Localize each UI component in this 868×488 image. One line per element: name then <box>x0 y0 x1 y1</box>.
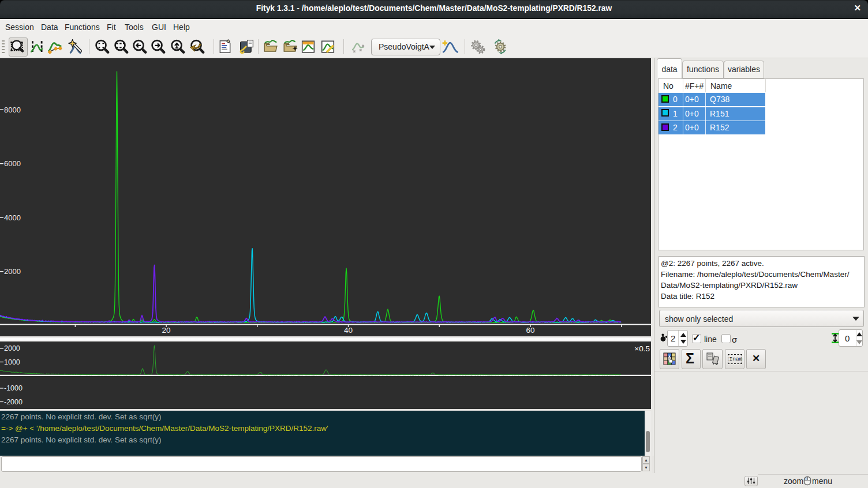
svg-text:-1000: -1000 <box>4 384 23 392</box>
svg-text:6000: 6000 <box>4 159 21 168</box>
svg-text:2000: 2000 <box>4 344 20 352</box>
svg-text:40: 40 <box>344 326 353 335</box>
svg-text:4000: 4000 <box>4 213 21 222</box>
svg-text:8000: 8000 <box>4 106 21 114</box>
svg-text:×0.5: ×0.5 <box>634 344 650 353</box>
svg-text:-2000: -2000 <box>4 398 23 406</box>
svg-text:1000: 1000 <box>4 358 20 366</box>
svg-text:2000: 2000 <box>4 267 21 276</box>
svg-text:20: 20 <box>162 326 171 335</box>
svg-text:60: 60 <box>526 326 534 335</box>
